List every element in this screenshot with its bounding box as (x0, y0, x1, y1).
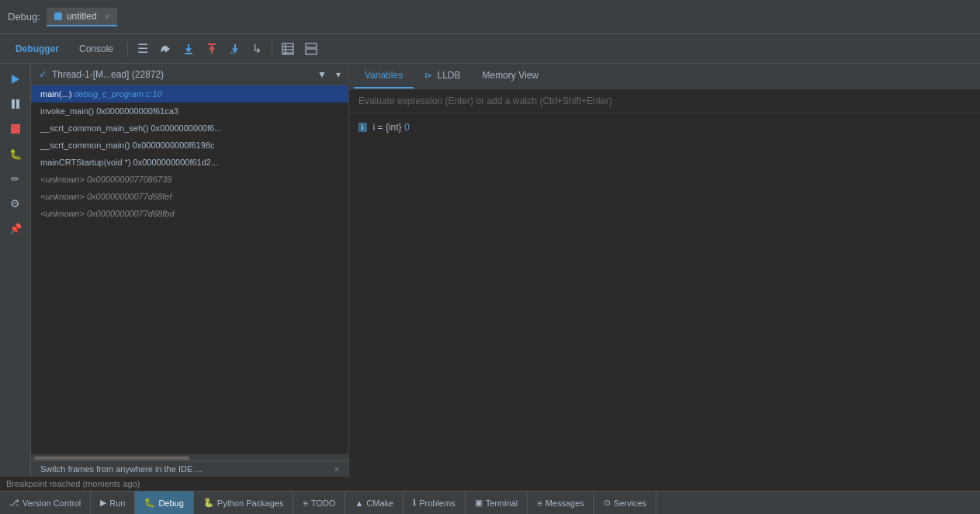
frame-item[interactable]: mainCRTStartup(void *) 0x0000000000f61d2… (31, 154, 348, 171)
resume-btn[interactable] (5, 68, 26, 90)
breakpoint-text: Breakpoint reached (moments ago) (6, 479, 140, 488)
debug-label: Debug: (8, 11, 40, 23)
toolbar-step-out-btn[interactable] (201, 40, 223, 58)
status-tab-run[interactable]: ▶ Run (91, 491, 135, 514)
tab-lldb[interactable]: ⊳ LLDB (414, 64, 471, 89)
scrollbar-thumb (34, 457, 189, 460)
status-tab-cmake-label: CMake (366, 498, 393, 508)
status-tabs: ⎇ Version Control ▶ Run 🐛 Debug 🐍 Python… (0, 491, 980, 514)
toolbar-step-into-my-btn[interactable]: MY (224, 40, 246, 58)
thread-dropdown-icon[interactable]: ▾ (336, 69, 341, 80)
toolbar-frames-view-btn[interactable] (300, 40, 322, 58)
frame-item[interactable]: <unknown> 0x0000000077086739 (31, 171, 348, 188)
frame-text: <unknown> 0x0000000077086739 (40, 175, 171, 184)
debug-tab[interactable]: untitled × (47, 8, 117, 26)
edit-btn[interactable]: ✏ (5, 168, 26, 189)
scroll-notice-text: Switch frames from anywhere in the IDE .… (40, 464, 202, 474)
status-tab-python-label: Python Packages (217, 498, 284, 508)
settings-btn[interactable]: ⚙ (5, 193, 26, 214)
toolbar-step-into-btn[interactable] (178, 40, 199, 58)
tab-memory-view[interactable]: Memory View (472, 64, 549, 89)
thread-name: Thread-1-[M...ead] (22872) (52, 69, 313, 80)
tab-dot (54, 12, 62, 20)
svg-rect-9 (306, 49, 317, 54)
tab-debugger[interactable]: Debugger (6, 39, 68, 59)
frame-item[interactable]: invoke_main() 0x0000000000f61ca3 (31, 102, 348, 120)
scroll-notice: Switch frames from anywhere in the IDE .… (31, 460, 348, 477)
frame-text: invoke_main() 0x0000000000f61ca3 (40, 106, 178, 116)
frame-text: <unknown> 0x00000000077d68fef (40, 192, 171, 201)
debug-icon: 🐛 (144, 498, 155, 508)
svg-rect-0 (185, 53, 192, 54)
version-control-icon: ⎇ (9, 498, 19, 508)
toolbar-force-step-btn[interactable]: ↳ (248, 39, 267, 59)
status-tab-messages[interactable]: ≡ Messages (528, 491, 594, 514)
stop-btn[interactable] (5, 118, 26, 140)
terminal-icon: ▣ (475, 498, 483, 508)
toolbar-separator-2 (272, 41, 272, 57)
problems-icon: ℹ (413, 498, 416, 508)
status-tab-cmake[interactable]: ▲ CMake (345, 491, 403, 514)
status-tab-todo[interactable]: ≡ TODO (293, 491, 345, 514)
bug-btn[interactable]: 🐛 (5, 143, 26, 165)
toolbar-frames-btn[interactable]: ☰ (133, 38, 153, 59)
svg-rect-8 (306, 43, 317, 47)
status-tab-python-packages[interactable]: 🐍 Python Packages (194, 491, 294, 514)
tab-memory-label: Memory View (483, 70, 538, 81)
pause-btn[interactable] (5, 93, 26, 115)
thread-check-icon: ✓ (39, 68, 47, 80)
horizontal-scrollbar[interactable] (31, 454, 348, 460)
status-tab-run-label: Run (109, 498, 125, 508)
frame-item[interactable]: <unknown> 0x00000000077d68fef (31, 188, 348, 205)
variables-content: i i = {int} 0 (349, 113, 980, 477)
expression-bar[interactable]: Evaluate expression (Enter) or add a wat… (349, 89, 980, 113)
svg-text:MY: MY (230, 50, 237, 55)
status-tab-problems[interactable]: ℹ Problems (403, 491, 465, 514)
status-tab-version-control[interactable]: ⎇ Version Control (0, 491, 91, 514)
frame-text: __scrt_common_main() 0x0000000000f6198c (40, 141, 214, 150)
svg-rect-13 (11, 124, 20, 134)
bottom-info: Breakpoint reached (moments ago) (0, 477, 980, 491)
var-type: {int} (386, 122, 402, 133)
status-tab-terminal-label: Terminal (486, 498, 518, 508)
tab-variables[interactable]: Variables (354, 64, 414, 89)
frame-item[interactable]: __scrt_common_main() 0x0000000000f6198c (31, 137, 348, 154)
var-name: i (373, 122, 376, 133)
frame-text: __scrt_common_main_seh() 0x0000000000f6.… (40, 123, 222, 133)
var-value: 0 (404, 122, 410, 133)
status-tab-todo-label: TODO (311, 498, 336, 508)
status-tab-services[interactable]: ⊙ Services (594, 491, 656, 514)
status-tab-problems-label: Problems (419, 498, 455, 508)
status-tab-messages-label: Messages (545, 498, 584, 508)
tab-console[interactable]: Console (70, 39, 123, 59)
services-icon: ⊙ (604, 498, 611, 508)
toolbar-step-over-btn[interactable] (154, 40, 176, 58)
cmake-icon: ▲ (355, 498, 363, 508)
frame-text: <unknown> 0x00000000077d68fbd (40, 209, 175, 218)
main-panel: 🐛 ✏ ⚙ 📌 ✓ Thread-1-[M...ead] (22872) ▼ ▾… (0, 64, 980, 477)
svg-marker-10 (12, 75, 19, 84)
status-tab-version-control-label: Version Control (23, 498, 81, 508)
expression-placeholder: Evaluate expression (Enter) or add a wat… (358, 96, 612, 106)
messages-icon: ≡ (537, 498, 542, 508)
status-tab-terminal[interactable]: ▣ Terminal (466, 491, 528, 514)
frame-item[interactable]: <unknown> 0x00000000077d68fbd (31, 205, 348, 222)
variables-panel: Variables ⊳ LLDB Memory View Evaluate ex… (349, 64, 980, 477)
toolbar-table-btn[interactable] (277, 40, 299, 58)
scroll-notice-close-btn[interactable]: × (334, 464, 339, 474)
status-tab-debug[interactable]: 🐛 Debug (135, 491, 193, 514)
tab-close-btn[interactable]: × (105, 12, 109, 21)
todo-icon: ≡ (303, 498, 307, 508)
thread-filter-icon[interactable]: ▼ (317, 69, 327, 80)
frames-list: main(...) debug_c_program.c:10 invoke_ma… (31, 85, 348, 454)
frame-item[interactable]: __scrt_common_main_seh() 0x0000000000f6.… (31, 120, 348, 137)
lldb-icon: ⊳ (424, 70, 432, 81)
title-bar: Debug: untitled × (0, 0, 980, 34)
var-name-value: i = {int} 0 (373, 122, 410, 133)
thread-header: ✓ Thread-1-[M...ead] (22872) ▼ ▾ (31, 64, 348, 85)
svg-rect-12 (16, 99, 19, 109)
frame-item[interactable]: main(...) debug_c_program.c:10 (31, 85, 348, 102)
pin-btn[interactable]: 📌 (5, 217, 26, 239)
var-item: i i = {int} 0 (358, 120, 971, 135)
tab-lldb-label: LLDB (437, 70, 460, 81)
